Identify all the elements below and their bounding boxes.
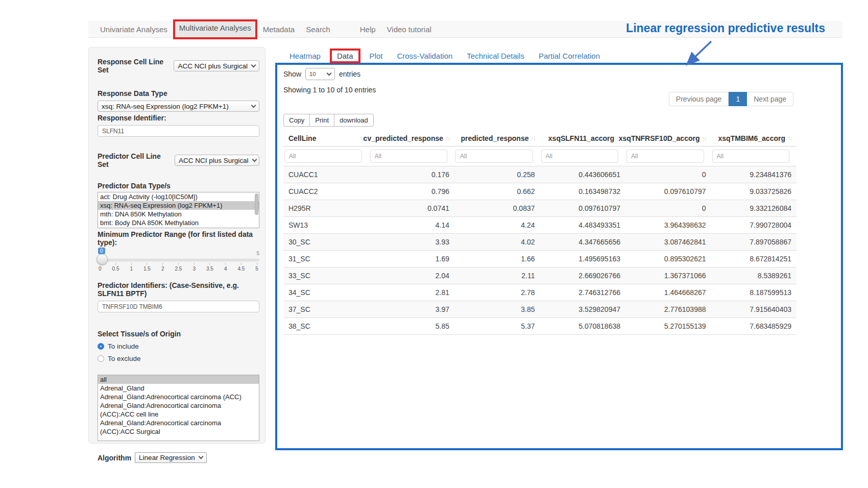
- min-predictor-range-slider: 5 0 00.511.522.533.544.55: [98, 250, 259, 276]
- nav-item-help[interactable]: Help: [354, 21, 381, 37]
- column-header-cellline[interactable]: CellLine↑↓: [283, 131, 369, 147]
- tissue-option-adrenal-gland-adrenocortical-carcinoma-a[interactable]: Adrenal_Gland:Adrenocortical carcinoma (…: [98, 393, 259, 401]
- page-length-select[interactable]: 10: [305, 68, 335, 80]
- entries-label: entries: [339, 70, 360, 78]
- column-header-xsqtmbim6-accorg[interactable]: xsqTMBIM6_accorg↑↓: [711, 131, 797, 147]
- response-cell-line-set-row: Response Cell Line Set ACC NCI plus Surg…: [98, 58, 259, 74]
- filter-input-xsqslfn11-accorg[interactable]: [541, 150, 619, 163]
- response-data-type-label: Response Data Type: [98, 89, 259, 97]
- column-header-label: xsqTNFRSF10D_accorg: [619, 134, 700, 142]
- download-button[interactable]: download: [334, 114, 374, 127]
- radio-to-exclude[interactable]: [98, 355, 104, 362]
- slider-tick-1-5: 1.5: [143, 263, 151, 272]
- scrollbar-thumb[interactable]: [255, 193, 258, 215]
- response-cell-line-set-select[interactable]: ACC NCI plus Surgical: [174, 60, 259, 71]
- table-row: CUACC10.1760.2580.44360665109.234841376: [283, 166, 797, 183]
- predictor-data-types-label: Predictor Data Type/s: [98, 182, 259, 190]
- cell-value: 3.964398632: [625, 217, 711, 234]
- slider-tick-0: 0: [99, 263, 102, 272]
- chevron-down-icon: [251, 103, 256, 108]
- slider-track[interactable]: [98, 259, 259, 261]
- chevron-down-icon: [198, 454, 203, 459]
- cell-value: 0.163498732: [540, 183, 626, 200]
- cell-value: 2.669026766: [540, 267, 626, 284]
- predictor-data-type-option-act-drug-activity-log10-ic50m[interactable]: act: Drug Activity (-log10[IC50M]): [98, 192, 259, 201]
- nav-item-univariate-analyses[interactable]: Univariate Analyses: [94, 21, 173, 37]
- predictor-data-type-option-bmt-body-dna-850k-methylation[interactable]: bmt: Body DNA 850K Methylation: [98, 218, 259, 227]
- tissue-option-adrenal-gland-adrenocortical-carcinoma-a[interactable]: Adrenal_Gland:Adrenocortical carcinoma (…: [98, 419, 259, 436]
- slider-tick-2-5: 2.5: [175, 263, 182, 272]
- slider-tick-5: 5: [255, 263, 258, 272]
- cell-value: 0: [625, 200, 711, 217]
- next-page-button[interactable]: Next page: [747, 92, 793, 106]
- tab-technical-details[interactable]: Technical Details: [460, 51, 532, 61]
- cell-line-name: 33_SC: [283, 267, 369, 284]
- algorithm-select[interactable]: Linear Regression: [135, 452, 207, 463]
- nav-item-search[interactable]: Search: [300, 21, 336, 37]
- tissue-option-all[interactable]: all: [98, 375, 259, 384]
- tissue-listbox[interactable]: allAdrenal_GlandAdrenal_Gland:Adrenocort…: [98, 375, 259, 441]
- filter-cell: [283, 147, 369, 166]
- table-row: 30_SC3.934.024.3476656563.0874628417.897…: [283, 234, 797, 251]
- sort-icon[interactable]: ↑↓: [701, 135, 706, 142]
- nav-item-metadata[interactable]: Metadata: [257, 21, 301, 37]
- cell-value: 2.11: [454, 267, 540, 284]
- cell-line-name: 31_SC: [283, 251, 369, 267]
- radio-to-include[interactable]: [98, 343, 104, 350]
- table-row: 31_SC1.691.661.4956951630.8953026218.672…: [283, 251, 797, 267]
- nav-item-video-tutorial[interactable]: Video tutorial: [381, 21, 437, 37]
- previous-page-button[interactable]: Previous page: [669, 92, 729, 106]
- radio-label-to-include: To include: [108, 343, 139, 350]
- print-button[interactable]: Print: [309, 114, 334, 127]
- copy-button[interactable]: Copy: [283, 114, 310, 127]
- cell-value: 2.81: [369, 284, 455, 301]
- radio-row-to-include: To include: [98, 343, 259, 350]
- tab-plot[interactable]: Plot: [363, 51, 390, 61]
- column-header-predicted-response[interactable]: predicted_response↑↓: [454, 131, 540, 147]
- page-number-button[interactable]: 1: [729, 92, 747, 106]
- cell-value: 5.270155139: [625, 318, 711, 335]
- predictor-identifiers-input[interactable]: [98, 301, 259, 312]
- tissue-option-adrenal-gland[interactable]: Adrenal_Gland: [98, 384, 259, 393]
- response-data-type-select[interactable]: xsq: RNA-seq Expression (log2 FPKM+1): [98, 101, 259, 112]
- cell-value: 0.443606651: [540, 166, 626, 183]
- cell-line-name: 34_SC: [283, 284, 369, 301]
- filter-input-cv-predicted-response[interactable]: [370, 150, 448, 163]
- filter-input-xsqtmbim6-accorg[interactable]: [712, 150, 790, 163]
- filter-input-xsqtnfrsf10d-accorg[interactable]: [626, 150, 704, 163]
- filter-input-predicted-response[interactable]: [455, 150, 533, 163]
- column-header-xsqtnfrsf10d-accorg[interactable]: xsqTNFRSF10D_accorg↑↓: [625, 131, 711, 147]
- column-header-xsqslfn11-accorg[interactable]: xsqSLFN11_accorg↑↓: [540, 131, 626, 147]
- tab-data[interactable]: Data: [330, 48, 360, 63]
- filter-input-cellline[interactable]: [284, 150, 362, 163]
- show-entries-row: Show 10 entries: [283, 68, 841, 80]
- predictor-data-types-listbox[interactable]: act: Drug Activity (-log10[IC50M])xsq: R…: [98, 192, 259, 228]
- sort-icon[interactable]: ↑↓: [444, 135, 449, 142]
- slider-tick-labels: 00.511.522.533.544.55: [99, 263, 258, 272]
- cell-value: 5.070818638: [540, 318, 626, 335]
- cell-value: 5.37: [454, 318, 540, 335]
- tissue-option-adrenal-gland-adrenocortical-carcinoma-a[interactable]: Adrenal_Gland:Adrenocortical carcinoma (…: [98, 401, 259, 419]
- response-cell-line-set-label: Response Cell Line Set: [98, 58, 170, 74]
- response-identifier-input[interactable]: [98, 125, 259, 137]
- tab-partial-correlation[interactable]: Partial Correlation: [532, 51, 607, 61]
- sort-icon[interactable]: ↑↓: [530, 135, 535, 142]
- cell-value: 3.85: [454, 301, 540, 318]
- sort-icon[interactable]: ↑↓: [786, 135, 791, 142]
- table-row: 38_SC5.855.375.0708186385.2701551397.683…: [283, 318, 797, 335]
- cell-value: 0.0741: [369, 200, 455, 217]
- results-table: CellLine↑↓cv_predicted_response↑↓predict…: [283, 131, 797, 335]
- predictor-data-type-option-xsq-rna-seq-expression-log2-fpkm-1[interactable]: xsq: RNA-seq Expression (log2 FPKM+1): [98, 201, 259, 210]
- tab-heatmap[interactable]: Heatmap: [282, 51, 328, 61]
- cell-value: 2.04: [369, 267, 455, 284]
- slider-tick-0-5: 0.5: [112, 263, 119, 272]
- predictor-data-type-option-mth-dna-850k-methylation[interactable]: mth: DNA 850K Methylation: [98, 210, 259, 218]
- chevron-down-icon: [327, 70, 332, 76]
- column-header-cv-predicted-response[interactable]: cv_predicted_response↑↓: [369, 131, 455, 147]
- nav-item-multivariate-analyses[interactable]: Multivariate Analyses: [173, 19, 257, 39]
- algorithm-value: Linear Regression: [139, 454, 195, 461]
- cell-value: 1.495695163: [540, 251, 626, 267]
- cell-value: 3.087462841: [625, 234, 711, 251]
- predictor-cell-line-set-select[interactable]: ACC NCI plus Surgical: [175, 155, 259, 166]
- tab-cross-validation[interactable]: Cross-Validation: [390, 51, 460, 61]
